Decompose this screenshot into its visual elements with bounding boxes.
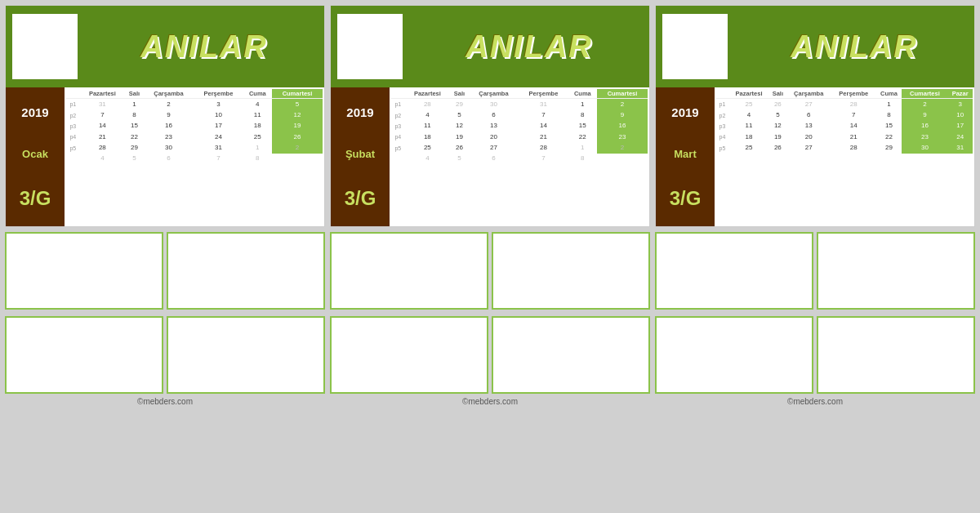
table-row: p2 4 5 6 7 8 9 10 <box>716 109 973 120</box>
footer-text-2: ©mebders.com <box>462 397 518 406</box>
photo-box-ocak <box>12 14 78 79</box>
photo-frame-9 <box>330 316 488 394</box>
footer-1: ©mebders.com <box>5 395 325 408</box>
table-row: p3 14 15 16 17 18 19 <box>66 121 323 132</box>
cal-table-ocak: Pazartesi Salı Çarşamba Perşembe Cuma Cu… <box>66 89 323 164</box>
footer-3: ©mebders.com <box>655 395 975 408</box>
cal-table-subat: Pazartesi Salı Çarşamba Perşembe Cuma Cu… <box>391 89 648 164</box>
calendar-grid-ocak: Pazartesi Salı Çarşamba Perşembe Cuma Cu… <box>65 87 324 226</box>
calendar-card-mart: ANILAR 2019 Mart 3/G Pazartesi Salı Çarş… <box>655 5 975 227</box>
photo-frame-10 <box>492 316 650 394</box>
photo-pair-3-top <box>655 232 975 310</box>
col-cumartesi: Cumartesi <box>272 89 323 99</box>
calendar-card-ocak: ANILAR 2019 Ocak 3/G Pazartesi Salı Çarş… <box>5 5 325 227</box>
info-panel-mart: 2019 Mart 3/G <box>656 87 715 226</box>
photo-pair-2-top <box>330 232 650 310</box>
table-row: 4 5 6 7 8 <box>391 154 648 164</box>
table-row: p2 4 5 6 7 8 9 <box>391 109 648 120</box>
photo-section-1b <box>5 316 325 394</box>
table-row: p3 11 12 13 14 15 16 <box>391 121 648 132</box>
col-header <box>391 89 405 99</box>
table-row: p1 31 1 2 3 4 5 <box>66 99 323 110</box>
cal-table-mart: Pazartesi Salı Çarşamba Perşembe Cuma Cu… <box>716 89 973 154</box>
year-mart: 2019 <box>671 105 698 119</box>
photo-box-subat <box>337 14 403 79</box>
photo-frame-12 <box>817 316 975 394</box>
class-subat: 3/G <box>345 189 376 208</box>
photo-frame-3 <box>330 232 488 310</box>
photo-frame-8 <box>167 316 325 394</box>
photos-row-bottom <box>0 311 980 395</box>
footer-row: ©mebders.com ©mebders.com ©mebders.com <box>0 395 980 411</box>
photo-section-3 <box>655 232 975 310</box>
card-header-subat: ANILAR <box>331 6 649 87</box>
photo-frame-1 <box>5 232 163 310</box>
table-row: p5 25 26 27 28 29 30 31 <box>716 143 973 154</box>
class-mart: 3/G <box>670 189 702 208</box>
footer-text-1: ©mebders.com <box>137 397 193 406</box>
table-row: p1 28 29 30 31 1 2 <box>391 99 648 110</box>
col-sali: Salı <box>125 89 144 99</box>
col-header <box>66 89 80 99</box>
info-panel-subat: 2019 Şubat 3/G <box>331 87 390 226</box>
title-subat: ANILAR <box>409 6 649 87</box>
photo-pair-2-bot <box>330 316 650 394</box>
title-ocak: ANILAR <box>84 6 324 87</box>
photo-frame-2 <box>167 232 325 310</box>
photos-row-top <box>0 227 980 311</box>
photo-frame-11 <box>655 316 813 394</box>
photo-section-2 <box>330 232 650 310</box>
col-header <box>716 89 728 99</box>
table-row: p5 25 26 27 28 1 2 <box>391 143 648 154</box>
photo-pair-3-bot <box>655 316 975 394</box>
photo-section-2b <box>330 316 650 394</box>
year-subat: 2019 <box>346 105 373 119</box>
photo-section-1 <box>5 232 325 310</box>
col-pazartesi: Pazartesi <box>80 89 126 99</box>
table-row: p3 11 12 13 14 15 16 17 <box>716 121 973 132</box>
table-row: p1 25 26 27 28 1 2 3 <box>716 99 973 110</box>
month-subat: Şubat <box>345 148 375 160</box>
photo-box-mart <box>662 14 728 79</box>
card-body-subat: 2019 Şubat 3/G Pazartesi Salı Çarşamba P… <box>331 87 649 226</box>
photo-frame-6 <box>817 232 975 310</box>
table-row: p4 18 19 20 21 22 23 24 <box>716 132 973 142</box>
card-header-mart: ANILAR <box>656 6 974 87</box>
footer-text-3: ©mebders.com <box>787 397 843 406</box>
calendar-grid-subat: Pazartesi Salı Çarşamba Perşembe Cuma Cu… <box>390 87 649 226</box>
info-panel-ocak: 2019 Ocak 3/G <box>6 87 65 226</box>
table-row: p2 7 8 9 10 11 12 <box>66 109 323 120</box>
calendar-card-subat: ANILAR 2019 Şubat 3/G Pazartesi Salı Çar… <box>330 5 650 227</box>
month-mart: Mart <box>674 148 696 160</box>
calendar-grid-mart: Pazartesi Salı Çarşamba Perşembe Cuma Cu… <box>715 87 974 226</box>
photo-frame-7 <box>5 316 163 394</box>
calendars-row: ANILAR 2019 Ocak 3/G Pazartesi Salı Çarş… <box>0 0 980 227</box>
photo-pair-1-top <box>5 232 325 310</box>
photo-section-3b <box>655 316 975 394</box>
table-row: 4 5 6 7 8 <box>66 154 323 164</box>
card-header-ocak: ANILAR <box>6 6 324 87</box>
month-ocak: Ocak <box>22 148 48 160</box>
table-row: p4 21 22 23 24 25 26 <box>66 132 323 142</box>
year-ocak: 2019 <box>21 105 48 119</box>
card-body-mart: 2019 Mart 3/G Pazartesi Salı Çarşamba Pe… <box>656 87 974 226</box>
photo-frame-4 <box>492 232 650 310</box>
title-mart: ANILAR <box>734 6 974 87</box>
footer-2: ©mebders.com <box>330 395 650 408</box>
photo-pair-1-bot <box>5 316 325 394</box>
photo-frame-5 <box>655 232 813 310</box>
card-body-ocak: 2019 Ocak 3/G Pazartesi Salı Çarşamba Pe… <box>6 87 324 226</box>
class-ocak: 3/G <box>20 189 51 208</box>
col-carsamba: Çarşamba <box>144 89 194 99</box>
col-persembe: Perşembe <box>194 89 243 99</box>
table-row: p5 28 29 30 31 1 2 <box>66 143 323 154</box>
table-row: p4 18 19 20 21 22 23 <box>391 132 648 142</box>
col-cuma: Cuma <box>243 89 272 99</box>
